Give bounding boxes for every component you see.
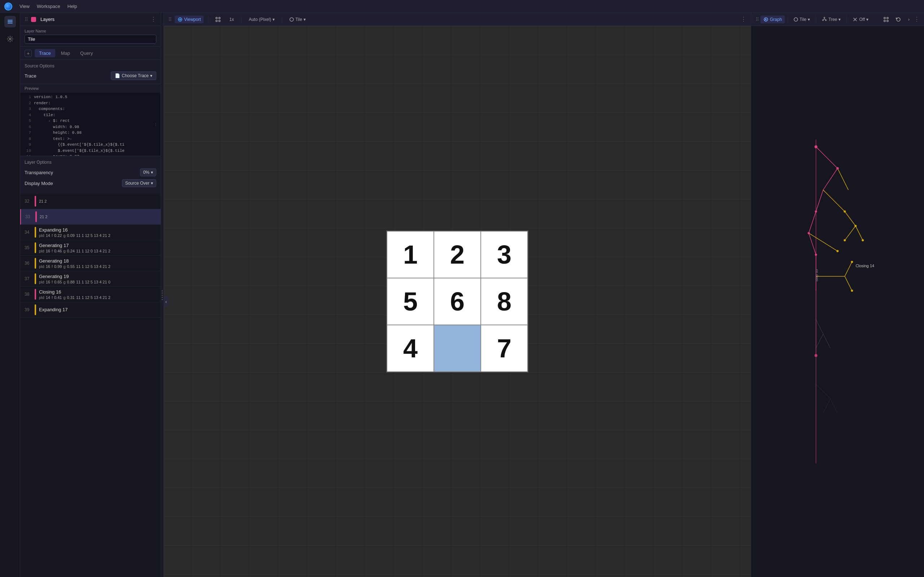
code-menu-icon[interactable]: ⋮ (154, 122, 158, 127)
svg-point-35 (815, 145, 817, 148)
main-layout: ⠿ Layers ⋮ Layer Name + Trace Map Query … (0, 13, 924, 577)
trace-num-37: 37 (24, 276, 35, 281)
trace-item-33[interactable]: 33 21 2 (20, 209, 161, 225)
focus-button[interactable] (213, 16, 223, 23)
trace-item-34[interactable]: 34 Expanding 16 pld 14 f 0.22 g 0.09 11 … (20, 225, 161, 240)
layer-name-input[interactable] (24, 35, 156, 44)
display-mode-value: Source Over (125, 181, 149, 186)
trace-item-39[interactable]: 39 Expanding 17 (20, 302, 161, 318)
viewport-label-button[interactable]: Viewport (175, 16, 204, 23)
svg-line-29 (809, 233, 816, 255)
svg-point-40 (843, 239, 846, 241)
choose-trace-button[interactable]: 📄 Choose Trace ▾ (111, 71, 156, 80)
right-drag-icon: ⠿ (756, 16, 759, 23)
trace-item-38[interactable]: 38 Closing 16 pld 14 f 0.41 g 0.31 11 1 … (20, 287, 161, 302)
nav-view[interactable]: View (19, 3, 30, 9)
tile-cell-4: 4 (387, 325, 434, 372)
svg-line-55 (830, 398, 838, 413)
trace-num-38: 38 (24, 292, 35, 297)
svg-line-22 (838, 168, 848, 190)
sidebar-layers-icon[interactable] (4, 16, 16, 27)
svg-point-3 (9, 38, 11, 40)
off-button[interactable]: Off ▾ (850, 16, 871, 23)
transparency-row: Transparency 0% ▾ (24, 168, 156, 176)
layers-panel: ⠿ Layers ⋮ Layer Name + Trace Map Query … (20, 13, 161, 577)
tree-label: Tree (828, 17, 837, 22)
tree-content: Closing 14 Step 33 (751, 26, 924, 577)
trace-num-33: 33 (25, 214, 36, 219)
step-label: Step 33 (815, 269, 819, 282)
svg-rect-16 (887, 17, 888, 19)
right-menu-icon[interactable]: ⋮ (914, 16, 920, 23)
tab-query[interactable]: Query (76, 49, 97, 57)
tabs-row: + Trace Map Query (20, 47, 161, 60)
left-sidebar (0, 13, 20, 577)
off-chevron: ▾ (866, 17, 868, 22)
source-options: Source Options Trace 📄 Choose Trace ▾ (20, 60, 161, 84)
trace-meta-33: 21 2 (40, 214, 156, 219)
nav-workspace[interactable]: Workspace (37, 3, 60, 9)
svg-line-27 (855, 226, 863, 240)
svg-point-42 (808, 232, 810, 234)
trace-color-bar-32 (35, 196, 36, 206)
trace-meta-34: pld 14 f 0.22 g 0.09 11 1 12 5 13 4 21 2 (39, 233, 156, 238)
add-tab-button[interactable]: + (24, 50, 32, 57)
tree-button[interactable]: Tree ▾ (819, 16, 843, 23)
trace-name-34: Expanding 16 (39, 227, 156, 233)
svg-rect-17 (884, 20, 885, 22)
transparency-select[interactable]: 0% ▾ (140, 168, 156, 176)
tab-trace[interactable]: Trace (35, 49, 55, 57)
viewport-menu-icon[interactable]: ⋮ (741, 16, 746, 23)
viewport-title-label: Viewport (184, 17, 201, 22)
trace-num-39: 39 (24, 307, 35, 312)
transparency-chevron: ▾ (151, 170, 153, 175)
right-divider-2 (816, 16, 816, 23)
auto-pixel-button[interactable]: Auto (Pixel) ▾ (246, 16, 278, 23)
layer-options-title: Layer Options (24, 160, 156, 165)
tab-map[interactable]: Map (57, 49, 74, 57)
right-refresh-button[interactable] (893, 16, 904, 23)
svg-rect-18 (887, 20, 888, 22)
tile-mode-button[interactable]: Tile ▾ (287, 16, 309, 23)
source-options-title: Source Options (24, 63, 156, 69)
chevron-down-icon: ▾ (150, 73, 152, 78)
right-toolbar: ⠿ Graph Tile ▾ Tree ▾ Off ▾ (751, 13, 924, 26)
trace-content-38: Closing 16 pld 14 f 0.41 g 0.31 11 1 12 … (39, 289, 156, 300)
panel-resize-handle[interactable] (161, 13, 164, 577)
trace-num-32: 32 (24, 199, 35, 204)
trace-content-39: Expanding 17 (39, 307, 156, 313)
trace-meta-32: 21 2 (39, 199, 156, 203)
layers-menu-icon[interactable]: ⋮ (150, 16, 156, 23)
trace-content-34: Expanding 16 pld 14 f 0.22 g 0.09 11 1 1… (39, 227, 156, 238)
trace-content-32: 21 2 (39, 199, 156, 203)
trace-color-bar-34 (35, 227, 36, 238)
trace-label: Trace (24, 73, 36, 79)
graph-button[interactable]: Graph (761, 16, 785, 23)
trace-num-36: 36 (24, 261, 35, 266)
sidebar-settings-icon[interactable] (4, 33, 16, 45)
svg-rect-2 (8, 23, 13, 23)
tile-grid: 1 2 3 5 6 8 4 7 (386, 230, 528, 372)
nav-help[interactable]: Help (68, 3, 77, 9)
trace-item-32[interactable]: 32 21 2 (20, 193, 161, 209)
trace-item-37[interactable]: 37 Generating 19 pld 16 f 0.65 g 0.88 11… (20, 271, 161, 287)
svg-line-23 (816, 190, 823, 212)
graph-label: Graph (770, 17, 782, 22)
tile-chevron: ▾ (808, 17, 810, 22)
off-label: Off (859, 17, 865, 22)
trace-item-35[interactable]: 35 Generating 17 pld 16 f 0.46 g 0.24 11… (20, 240, 161, 256)
trace-item-36[interactable]: 36 Generating 18 pld 16 f 0.99 g 0.55 11… (20, 256, 161, 271)
toolbar-divider-1 (208, 16, 208, 23)
trace-content-36: Generating 18 pld 16 f 0.99 g 0.55 11 1 … (39, 258, 156, 269)
trace-num-35: 35 (24, 245, 35, 250)
trace-row: Trace 📄 Choose Trace ▾ (24, 71, 156, 80)
right-focus-button[interactable] (881, 16, 892, 23)
display-mode-select[interactable]: Source Over ▾ (122, 179, 156, 187)
viewport-collapse-left[interactable]: ‹ (164, 296, 168, 307)
viewport-toolbar: ⠿ Viewport 1x Auto (Pixel) ▾ Tile ▾ ⋮ (164, 13, 751, 26)
tile-right-button[interactable]: Tile ▾ (791, 16, 813, 23)
tile-display: 1 2 3 5 6 8 4 7 (386, 230, 528, 372)
right-next-button[interactable]: › (905, 16, 913, 23)
trace-meta-37: pld 16 f 0.65 g 0.88 11 1 12 5 13 4 21 0 (39, 280, 156, 284)
svg-line-53 (816, 384, 830, 399)
